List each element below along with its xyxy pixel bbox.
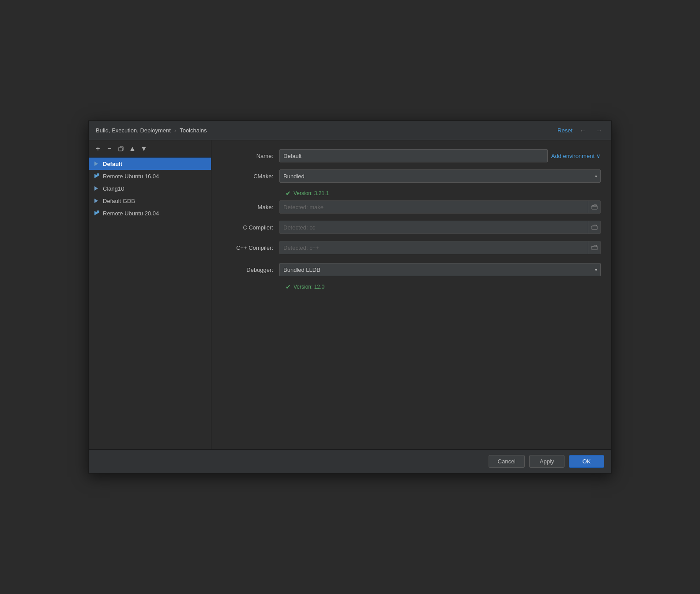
add-environment-button[interactable]: Add environment ∨ (551, 153, 601, 159)
make-input-wrapper: Detected: make (279, 200, 601, 214)
name-row: Name: Add environment ∨ (222, 149, 601, 162)
toolchain-local-icon (93, 160, 100, 167)
c-compiler-input-wrapper: Detected: cc (279, 221, 601, 234)
sidebar-item-label: Clang10 (103, 185, 124, 192)
debugger-version-row: ✔ Version: 12.0 (222, 283, 601, 290)
toolchain-list: Default Remote Ubuntu 16.04 (89, 158, 211, 449)
sidebar-item-label: Remote Ubuntu 20.04 (103, 210, 159, 217)
svg-marker-4 (94, 186, 98, 191)
debugger-version-label: Version: 12.0 (294, 284, 324, 290)
sidebar-item-label: Remote Ubuntu 16.04 (103, 173, 159, 180)
cmake-row: CMake: Bundled Custom System ▾ (222, 169, 601, 183)
make-row: Make: Detected: make (222, 200, 601, 214)
right-panel: Name: Add environment ∨ CMake: Bundled (211, 140, 611, 449)
remove-toolchain-button[interactable]: − (105, 144, 114, 154)
cmake-version-row: ✔ Version: 3.21.1 (222, 190, 601, 197)
cpp-compiler-input-wrapper: Detected: c++ (279, 241, 601, 254)
breadcrumb-separator: › (174, 127, 176, 134)
title-actions: Reset ← → (557, 127, 604, 135)
toolchain-remote-icon (93, 173, 100, 180)
sidebar-toolbar: + − ▲ ▼ (89, 140, 211, 158)
cpp-compiler-label: C++ Compiler: (222, 244, 279, 251)
sidebar-item-remote-ubuntu-16[interactable]: Remote Ubuntu 16.04 (89, 170, 211, 182)
debugger-dropdown[interactable]: Bundled LLDB Bundled GDB Custom (279, 263, 601, 276)
toolchain-remote-icon (93, 210, 100, 217)
main-content: + − ▲ ▼ (89, 140, 611, 449)
svg-marker-5 (94, 199, 98, 203)
svg-rect-10 (592, 246, 597, 250)
c-compiler-detected-value: Detected: cc (279, 221, 601, 234)
sidebar-item-clang10[interactable]: Clang10 (89, 182, 211, 195)
toolchain-local-icon (93, 185, 100, 192)
make-browse-button[interactable] (588, 201, 600, 213)
sidebar-item-default[interactable]: Default (89, 158, 211, 170)
add-environment-label: Add environment (551, 153, 595, 159)
cmake-dropdown-wrapper: Bundled Custom System ▾ (279, 169, 601, 183)
sidebar-item-label: Default GDB (103, 198, 135, 204)
svg-marker-1 (94, 162, 98, 166)
svg-rect-0 (119, 147, 122, 151)
title-bar: Build, Execution, Deployment › Toolchain… (89, 121, 611, 140)
add-environment-arrow: ∨ (596, 153, 601, 159)
footer: Cancel Apply OK (89, 449, 611, 473)
copy-toolchain-button[interactable] (116, 144, 126, 154)
breadcrumb-current: Toolchains (180, 127, 207, 134)
c-compiler-control: Detected: cc (279, 221, 601, 234)
svg-rect-7 (97, 211, 99, 213)
forward-button[interactable]: → (594, 127, 604, 135)
cmake-dropdown[interactable]: Bundled Custom System (279, 169, 601, 183)
debugger-control: Bundled LLDB Bundled GDB Custom ▾ (279, 263, 601, 276)
cpp-compiler-control: Detected: c++ (279, 241, 601, 254)
make-detected-value: Detected: make (279, 200, 601, 214)
move-up-button[interactable]: ▲ (128, 144, 137, 154)
make-placeholder: Detected: make (283, 204, 324, 211)
debugger-check-icon: ✔ (286, 283, 291, 290)
back-button[interactable]: ← (578, 127, 588, 135)
toolchain-local-icon (93, 197, 100, 204)
move-down-button[interactable]: ▼ (139, 144, 149, 154)
sidebar: + − ▲ ▼ (89, 140, 211, 449)
reset-button[interactable]: Reset (557, 127, 572, 134)
cpp-compiler-detected-value: Detected: c++ (279, 241, 601, 254)
sidebar-item-label: Default (103, 161, 122, 167)
sidebar-item-remote-ubuntu-20[interactable]: Remote Ubuntu 20.04 (89, 207, 211, 219)
c-compiler-row: C Compiler: Detected: cc (222, 221, 601, 234)
svg-rect-9 (592, 226, 597, 229)
cancel-button[interactable]: Cancel (489, 455, 525, 468)
svg-rect-8 (592, 206, 597, 209)
add-toolchain-button[interactable]: + (93, 144, 103, 154)
cpp-compiler-browse-button[interactable] (588, 241, 600, 254)
cmake-version-label: Version: 3.21.1 (294, 190, 329, 196)
c-compiler-browse-button[interactable] (588, 221, 600, 233)
apply-button[interactable]: Apply (529, 455, 565, 468)
svg-rect-3 (97, 173, 99, 176)
debugger-label: Debugger: (222, 267, 279, 273)
make-control: Detected: make (279, 200, 601, 214)
cmake-label: CMake: (222, 173, 279, 180)
breadcrumb-area: Build, Execution, Deployment › Toolchain… (96, 127, 207, 134)
name-control: Add environment ∨ (279, 149, 601, 162)
sidebar-item-default-gdb[interactable]: Default GDB (89, 195, 211, 207)
name-label: Name: (222, 153, 279, 159)
breadcrumb-parent: Build, Execution, Deployment (96, 127, 171, 134)
debugger-dropdown-wrapper: Bundled LLDB Bundled GDB Custom ▾ (279, 263, 601, 276)
make-label: Make: (222, 204, 279, 211)
cpp-compiler-row: C++ Compiler: Detected: c++ (222, 241, 601, 254)
c-compiler-label: C Compiler: (222, 224, 279, 231)
name-input[interactable] (279, 149, 548, 162)
ok-button[interactable]: OK (569, 455, 604, 468)
cmake-control: Bundled Custom System ▾ (279, 169, 601, 183)
cpp-compiler-placeholder: Detected: c++ (283, 244, 319, 251)
cmake-check-icon: ✔ (286, 190, 291, 197)
debugger-row: Debugger: Bundled LLDB Bundled GDB Custo… (222, 263, 601, 276)
c-compiler-placeholder: Detected: cc (283, 224, 315, 231)
